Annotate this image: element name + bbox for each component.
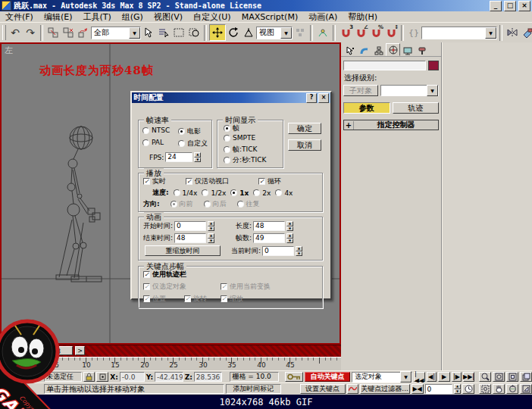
dialog-title-bar[interactable]: 时间配置 ? ×	[132, 92, 330, 103]
select-by-name-button[interactable]	[156, 25, 171, 40]
sub-object-button[interactable]: 子对象	[343, 85, 378, 96]
assign-controller-rollout[interactable]: + 指定控制器	[343, 120, 439, 130]
go-to-end-button[interactable]: ▶▶|	[463, 372, 474, 382]
snap-toggle-button[interactable]: 3	[338, 25, 353, 40]
zoom-extents-all-button[interactable]	[520, 372, 532, 382]
start-time-field[interactable]: 0	[174, 221, 206, 231]
select-and-rotate-button[interactable]	[226, 25, 241, 40]
pal-radio[interactable]: PAL	[142, 139, 164, 146]
zoom-region-button[interactable]	[479, 384, 491, 394]
frame-count-spinner[interactable]: ▲▼	[286, 233, 293, 243]
selection-set-dropdown[interactable]: 选定对象 ▼	[352, 372, 412, 382]
auto-key-button[interactable]: 自动关键点	[305, 372, 350, 382]
tab-display[interactable]	[400, 45, 415, 56]
end-time-spinner[interactable]: ▲▼	[208, 233, 214, 243]
active-viewport-only-checkbox[interactable]: ✓仅活动视口	[186, 176, 229, 186]
object-color-swatch[interactable]	[428, 61, 439, 70]
reference-coordinate-dropdown[interactable]: 视图 ▼	[256, 27, 293, 39]
set-key-button[interactable]: 设置关键点	[300, 384, 346, 394]
menu-edit[interactable]: 编辑(E)	[39, 11, 78, 23]
scale-checkbox[interactable]: ✓缩放	[221, 294, 243, 304]
bind-to-space-warp-button[interactable]	[76, 25, 91, 40]
time-slider-next-button[interactable]: >	[75, 346, 85, 355]
z-coordinate-field[interactable]: 28.536	[194, 372, 223, 382]
length-field[interactable]: 48	[253, 221, 285, 231]
frame-tick-radio[interactable]: 帧:TICK	[224, 145, 257, 155]
percent-snap-button[interactable]: %	[368, 25, 383, 40]
rotation-checkbox[interactable]: ✓旋转	[184, 294, 207, 304]
zoom-button[interactable]	[479, 372, 491, 382]
time-configuration-button[interactable]	[462, 384, 474, 394]
go-to-start-button[interactable]: |◀◀	[414, 372, 425, 382]
y-coordinate-field[interactable]: -42.419	[155, 372, 183, 382]
start-time-spinner[interactable]: ▲▼	[208, 221, 214, 231]
tab-utilities[interactable]	[415, 45, 429, 56]
current-frame-field[interactable]: 0	[425, 384, 452, 394]
custom-radio[interactable]: 自定义	[178, 139, 208, 148]
arc-rotate-button[interactable]	[506, 384, 518, 394]
redo-button[interactable]: ↷	[23, 25, 38, 40]
align-button[interactable]	[520, 25, 532, 40]
direction-reverse-radio[interactable]: 向后	[204, 199, 227, 209]
menu-animation[interactable]: 动画(A)	[303, 11, 343, 23]
direction-forward-radio[interactable]: 向前	[171, 199, 193, 209]
length-spinner[interactable]: ▲▼	[286, 221, 293, 231]
sub-object-level-dropdown[interactable]: ▼	[380, 85, 439, 96]
selected-objects-only-checkbox[interactable]: ✓仅选定对象	[143, 282, 186, 292]
position-checkbox[interactable]: ✓位置	[143, 294, 166, 304]
rectangular-selection-region-button[interactable]	[171, 25, 186, 40]
keyboard-shortcut-override-button[interactable]: {}	[406, 25, 421, 40]
selection-lock-button[interactable]	[83, 372, 95, 382]
film-radio[interactable]: 电影	[178, 126, 201, 136]
mirror-button[interactable]	[505, 25, 520, 40]
close-button[interactable]: ×	[518, 1, 530, 11]
named-selection-sets-dropdown[interactable]: ▼	[421, 27, 497, 39]
toolbar-grip[interactable]	[2, 25, 6, 40]
frame-count-field[interactable]: 49	[253, 233, 285, 243]
min-sec-tick-radio[interactable]: 分:秒:TICK	[224, 155, 266, 165]
min-max-toggle-button[interactable]	[520, 384, 532, 394]
smpte-radio[interactable]: SMPTE	[224, 134, 255, 142]
undo-button[interactable]: ↶	[8, 25, 23, 40]
use-trackbar-checkbox[interactable]: ✓使用轨迹栏	[143, 270, 186, 279]
fps-field[interactable]: 24	[165, 152, 192, 162]
speed-half-radio[interactable]: 1/2x	[202, 189, 226, 197]
minimize-button[interactable]: _	[490, 1, 502, 11]
direction-pingpong-radio[interactable]: 往复	[237, 199, 260, 209]
real-time-checkbox[interactable]: ✓实时	[143, 176, 166, 186]
cancel-button[interactable]: 取消	[288, 139, 321, 151]
menu-tools[interactable]: 工具(T)	[77, 11, 116, 23]
object-name-field[interactable]	[343, 61, 426, 70]
speed-4x-radio[interactable]: 4x	[275, 189, 293, 197]
window-crossing-toggle-button[interactable]	[186, 25, 202, 40]
loop-checkbox[interactable]: ✓循环	[258, 176, 281, 186]
menu-maxscript[interactable]: MAXScript(M)	[236, 12, 304, 22]
use-center-button[interactable]	[293, 25, 308, 40]
play-animation-button[interactable]: ▶	[438, 372, 450, 382]
dialog-close-button[interactable]: ×	[318, 93, 329, 103]
tab-hierarchy[interactable]	[371, 45, 386, 56]
pan-button[interactable]	[493, 384, 505, 394]
restore-button[interactable]: □	[504, 1, 516, 11]
speed-2x-radio[interactable]: 2x	[253, 189, 271, 197]
selection-filter-dropdown[interactable]: 全部 ▼	[91, 27, 141, 39]
add-time-tag[interactable]: 添加时间标记	[226, 384, 281, 394]
menu-customize[interactable]: 自定义(U)	[188, 11, 236, 23]
tab-motion[interactable]	[386, 43, 400, 56]
zoom-all-button[interactable]	[493, 372, 505, 382]
angle-snap-button[interactable]: ∠	[353, 25, 368, 40]
current-time-spinner[interactable]: ▲▼	[296, 246, 302, 256]
ntsc-radio[interactable]: NTSC	[142, 126, 170, 134]
next-frame-button[interactable]: |▶	[452, 372, 462, 382]
absolute-offset-toggle[interactable]	[96, 372, 108, 382]
speed-quarter-radio[interactable]: 1/4x	[174, 189, 198, 197]
menu-file[interactable]: 文件(F)	[0, 11, 39, 23]
previous-frame-button[interactable]: ◀|	[427, 372, 437, 382]
new-key-default-inout-button[interactable]	[347, 384, 358, 394]
dialog-help-button[interactable]: ?	[306, 93, 317, 103]
select-and-scale-button[interactable]	[241, 25, 256, 40]
key-button[interactable]	[285, 372, 303, 382]
menu-group[interactable]: 组(G)	[117, 11, 149, 23]
spinner-snap-button[interactable]: ↕	[383, 25, 399, 40]
frames-radio[interactable]: 帧	[224, 123, 239, 133]
